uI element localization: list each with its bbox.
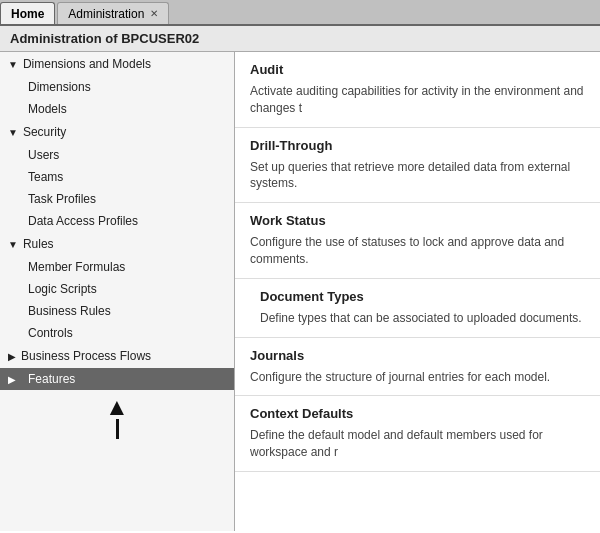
tab-home-label: Home [11,7,44,21]
sidebar-item-task-profiles-label: Task Profiles [28,192,96,206]
content-section-drill-through: Drill-Through Set up queries that retrie… [235,128,600,204]
document-types-row: ➤ Document Types Define types that can b… [250,289,585,327]
tab-administration[interactable]: Administration ✕ [57,2,169,24]
sidebar-group-business-process-flows[interactable]: ▶ Business Process Flows [0,344,234,368]
section-context-defaults-title: Context Defaults [250,406,585,421]
content-section-document-types: ➤ Document Types Define types that can b… [235,279,600,338]
sidebar-group-dimensions-models[interactable]: ▼ Dimensions and Models [0,52,234,76]
sidebar-group-dimensions-models-label: Dimensions and Models [23,57,151,71]
arrow-stem [116,419,119,439]
sidebar-item-logic-scripts[interactable]: Logic Scripts [0,278,234,300]
section-work-status-title: Work Status [250,213,585,228]
sidebar-section-features: Features [0,368,234,390]
sidebar-group-features-label: Features [28,372,75,386]
admin-title: Administration of BPCUSER02 [10,31,199,46]
content-section-audit: Audit Activate auditing capabilities for… [235,52,600,128]
main-layout: ▼ Dimensions and Models Dimensions Model… [0,52,600,531]
section-audit-title: Audit [250,62,585,77]
admin-header: Administration of BPCUSER02 [0,26,600,52]
tab-administration-label: Administration [68,7,144,21]
section-journals-desc: Configure the structure of journal entri… [250,369,585,386]
tab-bar: Home Administration ✕ [0,0,600,26]
sidebar-group-security-label: Security [23,125,66,139]
close-icon[interactable]: ✕ [150,8,158,19]
chevron-down-icon: ▼ [8,239,18,250]
sidebar-item-business-rules-label: Business Rules [28,304,111,318]
upward-arrow-icon: ▲ [105,395,129,419]
content-area: Audit Activate auditing capabilities for… [235,52,600,531]
tab-home[interactable]: Home [0,2,55,24]
sidebar-group-business-process-flows-label: Business Process Flows [21,349,151,363]
chevron-right-icon: ▶ [8,351,16,362]
sidebar: ▼ Dimensions and Models Dimensions Model… [0,52,235,531]
sidebar-item-member-formulas[interactable]: Member Formulas [0,256,234,278]
section-audit-desc: Activate auditing capabilities for activ… [250,83,585,117]
content-section-context-defaults: Context Defaults Define the default mode… [235,396,600,472]
sidebar-item-models-label: Models [28,102,67,116]
sidebar-group-rules[interactable]: ▼ Rules [0,232,234,256]
sidebar-item-controls[interactable]: Controls [0,322,234,344]
section-journals-title: Journals [250,348,585,363]
sidebar-item-business-rules[interactable]: Business Rules [0,300,234,322]
content-section-journals: Journals Configure the structure of jour… [235,338,600,397]
sidebar-item-controls-label: Controls [28,326,73,340]
sidebar-item-models[interactable]: Models [0,98,234,120]
sidebar-group-features[interactable]: Features [0,368,234,390]
content-section-work-status: Work Status Configure the use of statuse… [235,203,600,279]
sidebar-section-security: ▼ Security Users Teams Task Profiles Dat… [0,120,234,232]
sidebar-item-dimensions[interactable]: Dimensions [0,76,234,98]
sidebar-item-teams[interactable]: Teams [0,166,234,188]
sidebar-item-member-formulas-label: Member Formulas [28,260,125,274]
sidebar-item-users-label: Users [28,148,59,162]
section-work-status-desc: Configure the use of statuses to lock an… [250,234,585,268]
sidebar-section-business-process-flows: ▶ Business Process Flows [0,344,234,368]
sidebar-item-data-access-profiles-label: Data Access Profiles [28,214,138,228]
sidebar-item-teams-label: Teams [28,170,63,184]
chevron-down-icon: ▼ [8,59,18,70]
section-document-types-desc: Define types that can be associated to u… [260,310,582,327]
sidebar-section-rules: ▼ Rules Member Formulas Logic Scripts Bu… [0,232,234,344]
chevron-down-icon: ▼ [8,127,18,138]
sidebar-item-task-profiles[interactable]: Task Profiles [0,188,234,210]
sidebar-group-security[interactable]: ▼ Security [0,120,234,144]
section-document-types-title: Document Types [260,289,582,304]
section-drill-through-title: Drill-Through [250,138,585,153]
sidebar-item-dimensions-label: Dimensions [28,80,91,94]
sidebar-item-data-access-profiles[interactable]: Data Access Profiles [0,210,234,232]
section-context-defaults-desc: Define the default model and default mem… [250,427,585,461]
sidebar-item-users[interactable]: Users [0,144,234,166]
sidebar-item-logic-scripts-label: Logic Scripts [28,282,97,296]
sidebar-section-dimensions-models: ▼ Dimensions and Models Dimensions Model… [0,52,234,120]
document-types-content: Document Types Define types that can be … [260,289,582,327]
sidebar-group-rules-label: Rules [23,237,54,251]
section-drill-through-desc: Set up queries that retrieve more detail… [250,159,585,193]
upward-arrow-container: ▲ [0,395,234,439]
